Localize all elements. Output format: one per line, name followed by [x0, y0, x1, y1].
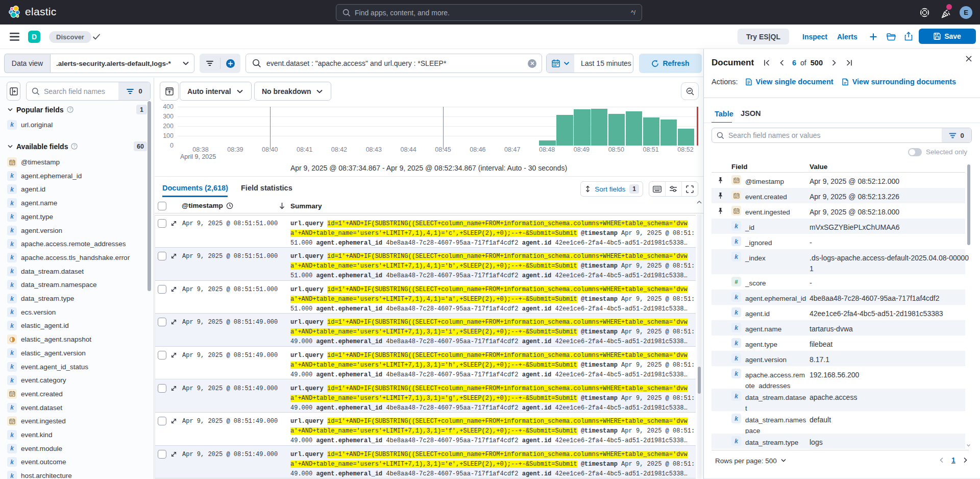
- svg-text:?: ?: [74, 143, 76, 149]
- svg-text:?: ?: [69, 107, 71, 112]
